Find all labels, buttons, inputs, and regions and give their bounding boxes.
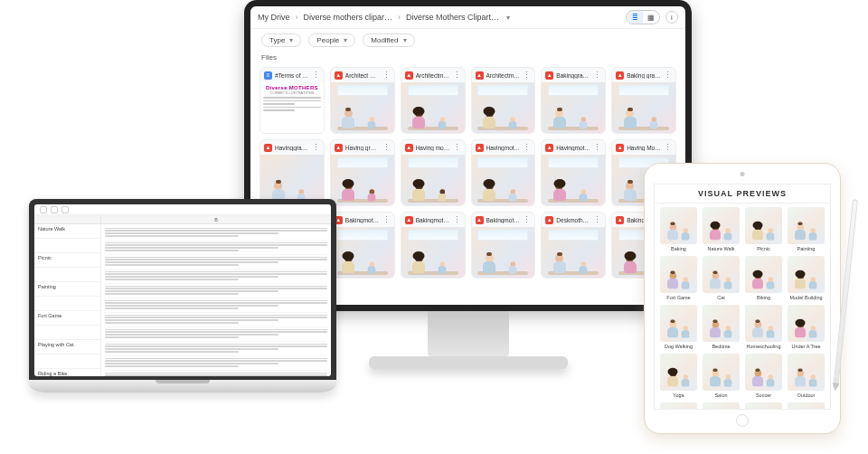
preview-cell[interactable]: Worship — [660, 402, 697, 410]
more-options-icon[interactable]: ⋮ — [664, 143, 672, 152]
preview-cell[interactable]: Biking — [745, 256, 782, 300]
more-options-icon[interactable]: ⋮ — [523, 143, 531, 152]
breadcrumb-mid[interactable]: Diverse mothers clipar… — [304, 13, 393, 22]
more-options-icon[interactable]: ⋮ — [382, 143, 391, 152]
more-options-icon[interactable]: ⋮ — [664, 71, 672, 80]
more-options-icon[interactable]: ⋮ — [382, 71, 391, 80]
col-a-header[interactable] — [34, 215, 101, 223]
toolbar-box[interactable] — [51, 206, 58, 213]
info-icon[interactable]: i — [665, 11, 678, 24]
toolbar-box[interactable] — [61, 206, 69, 213]
more-options-icon[interactable]: ⋮ — [593, 71, 601, 80]
preview-cell[interactable]: Model Building — [788, 256, 825, 300]
breadcrumb-root[interactable]: My Drive — [258, 13, 290, 22]
preview-cell[interactable]: Picnic — [745, 207, 782, 251]
breadcrumb-current[interactable]: Diverse Mothers Clipart… — [406, 13, 499, 22]
drive-file-card[interactable]: ▲Bakinggrandmoth…⋮ — [541, 67, 606, 134]
image-file-icon: ▲ — [545, 144, 553, 152]
toolbar-box[interactable] — [40, 206, 47, 213]
drive-file-card[interactable]: ▲Architect mother an…⋮ — [330, 67, 395, 134]
more-options-icon[interactable]: ⋮ — [523, 215, 531, 224]
more-options-icon[interactable]: ⋮ — [312, 143, 320, 152]
drive-file-card[interactable]: ▲Having mother and …⋮ — [401, 139, 466, 206]
sheet-row-label[interactable]: Fort Game — [34, 311, 100, 326]
sheet-row-label[interactable]: Playing with Cat — [34, 340, 100, 355]
preview-cell[interactable]: Nature Walk — [703, 207, 740, 251]
preview-cell[interactable]: Sand Castle — [703, 402, 740, 410]
more-options-icon[interactable]: ⋮ — [453, 143, 461, 152]
more-options-icon[interactable]: ⋮ — [523, 71, 531, 80]
sheet-cell-content[interactable] — [105, 371, 327, 376]
preview-cell[interactable]: Bedtime — [703, 305, 740, 349]
preview-label: Salon — [703, 393, 740, 398]
more-options-icon[interactable]: ⋮ — [593, 215, 601, 224]
sheet-cell-content[interactable] — [105, 270, 327, 284]
sheet-cell-content[interactable] — [105, 356, 327, 371]
sheet-cell-content[interactable] — [105, 255, 327, 270]
preview-cell[interactable]: Baking — [660, 207, 697, 251]
drive-file-card[interactable]: ▲Deskmother and …⋮ — [541, 212, 606, 279]
sheet-cell-content[interactable] — [105, 327, 327, 342]
preview-thumb — [703, 305, 740, 342]
drive-file-card[interactable]: ▲Havingmother and …⋮ — [471, 139, 536, 206]
more-options-icon[interactable]: ⋮ — [453, 215, 461, 224]
filter-people-chip[interactable]: People▾ — [308, 33, 355, 47]
filter-modified-chip[interactable]: Modified▾ — [363, 33, 414, 47]
sheet-row-label[interactable]: Painting — [34, 282, 100, 297]
grid-view-icon[interactable]: ▦ — [643, 11, 659, 24]
file-title: Baking grandmothe… — [627, 72, 661, 79]
drive-file-card[interactable]: ▲Architectmother an…⋮ — [471, 67, 536, 134]
sheet-row-label[interactable] — [34, 268, 100, 282]
image-file-icon: ▲ — [264, 144, 272, 152]
preview-cell[interactable]: Cat — [703, 256, 740, 300]
preview-cell[interactable]: Fort Game — [660, 256, 697, 300]
preview-cell[interactable]: Outdoor — [788, 354, 825, 398]
sheet-row-label[interactable] — [34, 355, 100, 369]
preview-cell[interactable]: Swimming — [788, 402, 825, 410]
drive-file-card[interactable]: ▲Havingmother and …⋮ — [541, 139, 606, 206]
drive-file-card[interactable]: ▲Bakingmother and …⋮ — [471, 212, 536, 279]
preview-cell[interactable]: Soccer — [745, 354, 782, 398]
col-b-header[interactable]: B — [101, 215, 331, 223]
tablet-home-button[interactable] — [736, 414, 749, 427]
more-options-icon[interactable]: ⋮ — [453, 71, 461, 80]
drive-file-card[interactable]: ▲Architectmother an…⋮ — [401, 67, 466, 134]
sheet-cell-content[interactable] — [105, 298, 327, 313]
preview-cell[interactable]: Bedtime Story — [745, 402, 782, 410]
sheets-column-headers: B — [34, 215, 331, 224]
sheet-row-label[interactable] — [34, 326, 100, 340]
drive-file-card[interactable]: ▲Baking grandmothe…⋮ — [611, 67, 676, 134]
filter-type-chip[interactable]: Type▾ — [261, 33, 301, 47]
preview-cell[interactable]: Yoga — [660, 354, 697, 398]
preview-thumb — [703, 402, 740, 410]
preview-cell[interactable]: Salon — [703, 354, 740, 398]
more-options-icon[interactable]: ⋮ — [593, 143, 601, 152]
drive-file-card[interactable]: ▲Havinggrandmoth…⋮ — [259, 139, 325, 206]
sheet-row-label[interactable]: Riding a Bike — [34, 369, 100, 376]
sheet-row-label[interactable] — [34, 239, 100, 253]
preview-thumb — [788, 354, 825, 391]
sheet-cell-content[interactable] — [105, 241, 327, 255]
view-switcher[interactable]: ≣ ▦ — [626, 10, 660, 24]
sheet-cell-content[interactable] — [105, 342, 327, 356]
drive-file-card[interactable]: ≡#Terms of use* Di…⋮Diverse MOTHERSCLIPA… — [259, 67, 325, 134]
sheet-cell-content[interactable] — [105, 226, 327, 241]
chevron-down-icon[interactable]: ▾ — [506, 14, 510, 22]
sheet-cell-content[interactable] — [105, 313, 327, 327]
preview-thumb — [745, 402, 782, 410]
sheet-cell-content[interactable] — [105, 284, 327, 298]
more-options-icon[interactable]: ⋮ — [312, 71, 320, 80]
preview-label: Homeschooling — [745, 344, 782, 349]
preview-cell[interactable]: Painting — [788, 207, 825, 251]
drive-file-card[interactable]: ▲Bakingmother and …⋮ — [401, 212, 466, 279]
preview-cell[interactable]: Homeschooling — [745, 305, 782, 349]
sheet-row-label[interactable] — [34, 297, 100, 311]
drive-file-card[interactable]: ▲Bakingmother and …⋮ — [330, 212, 395, 279]
sheet-row-label[interactable]: Picnic — [34, 253, 100, 268]
list-view-icon[interactable]: ≣ — [627, 11, 643, 24]
preview-cell[interactable]: Dog Walking — [660, 305, 697, 349]
preview-cell[interactable]: Under A Tree — [788, 305, 825, 349]
sheet-row-label[interactable]: Nature Walk — [34, 224, 100, 239]
drive-file-card[interactable]: ▲Having grandmother …⋮ — [330, 139, 395, 206]
more-options-icon[interactable]: ⋮ — [382, 215, 391, 224]
